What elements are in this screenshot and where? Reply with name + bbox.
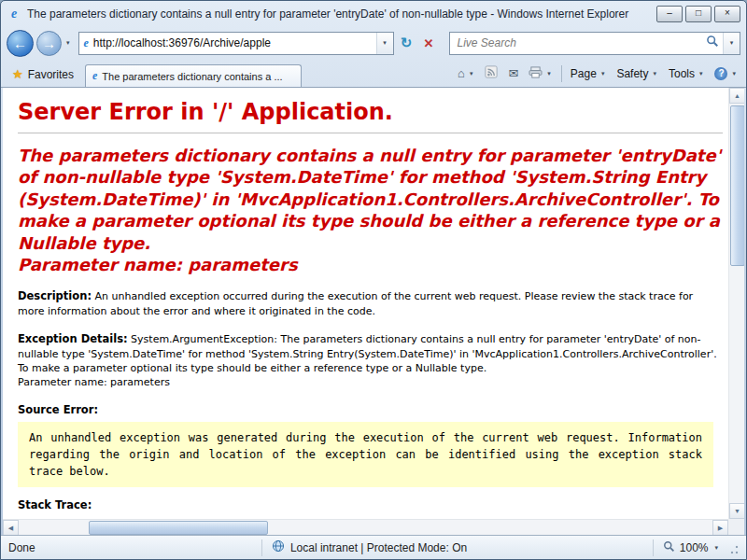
vertical-scrollbar[interactable]: ▲ ▼ [728, 88, 744, 519]
tab-favicon-icon: e [92, 69, 97, 83]
maximize-button[interactable]: □ [685, 6, 712, 22]
back-button[interactable]: ← [7, 30, 34, 57]
exception-param-text: Parameter name: parameters [18, 376, 170, 388]
refresh-button[interactable]: ↻ [397, 33, 416, 54]
browser-viewport: Server Error in '/' Application. The par… [3, 88, 744, 535]
navigation-bar: ← → ▾ e http://localhost:36976/Archive/a… [1, 27, 746, 59]
command-bar: ⌂ ▾ ✉ ▾ Page ▾ Sa [453, 63, 742, 87]
zoom-dropdown-icon[interactable]: ▾ [712, 544, 720, 552]
print-icon [529, 66, 543, 81]
window-controls: – □ × [656, 6, 740, 22]
forward-button[interactable]: → [36, 31, 62, 56]
page-icon: e [84, 36, 89, 50]
favorites-label: Favorites [28, 68, 74, 81]
search-icon[interactable] [706, 35, 719, 51]
tools-dropdown-icon: ▾ [698, 70, 705, 77]
close-button[interactable]: × [714, 6, 740, 22]
error-page-title: Server Error in '/' Application. [18, 99, 723, 125]
scroll-down-button[interactable]: ▼ [729, 503, 744, 519]
error-message-heading: The parameters dictionary contains a nul… [18, 145, 722, 275]
refresh-icon: ↻ [401, 35, 413, 51]
source-error-label: Source Error: [18, 403, 723, 416]
print-dropdown-icon: ▾ [545, 70, 553, 77]
safety-menu-label: Safety [616, 67, 648, 80]
back-icon: ← [13, 35, 27, 51]
zoom-icon [663, 540, 675, 555]
home-icon: ⌂ [458, 66, 465, 80]
stop-button[interactable]: ✕ [419, 33, 439, 54]
safety-menu[interactable]: Safety ▾ [612, 65, 663, 82]
ie-window: e The parameters dictionary contains a n… [0, 0, 747, 560]
scrollbar-corner [728, 519, 744, 535]
horizontal-scroll-thumb[interactable] [89, 521, 268, 535]
help-menu[interactable]: ? ▾ [710, 65, 742, 82]
titlebar[interactable]: e The parameters dictionary contains a n… [1, 1, 746, 27]
window-title: The parameters dictionary contains a nul… [27, 7, 651, 21]
exception-details-paragraph: Exception Details: System.ArgumentExcept… [18, 331, 722, 390]
security-zone: Local intranet | Protected Mode: On [261, 539, 476, 556]
address-dropdown[interactable]: ▾ [376, 33, 393, 54]
ie-logo-icon: e [7, 7, 21, 21]
exception-details-label: Exception Details: [18, 332, 128, 345]
zoom-level[interactable]: 100% [680, 541, 709, 554]
tools-menu-label: Tools [669, 67, 695, 80]
description-text: An unhandled exception occurred during t… [18, 290, 693, 316]
tab-title: The parameters dictionary contains a ... [102, 71, 294, 82]
home-dropdown-icon: ▾ [468, 70, 475, 77]
search-box[interactable]: Live Search ▾ [449, 32, 740, 55]
page-dropdown-icon: ▾ [599, 70, 607, 77]
browser-tab[interactable]: e The parameters dictionary contains a .… [85, 64, 302, 87]
mail-icon: ✉ [508, 66, 518, 80]
help-dropdown-icon: ▾ [730, 70, 738, 77]
search-input[interactable]: Live Search [450, 36, 702, 49]
page-menu[interactable]: Page ▾ [566, 65, 612, 82]
vertical-scroll-thumb[interactable] [730, 105, 744, 266]
toolbar-divider [561, 65, 562, 82]
resize-grip[interactable] [729, 541, 739, 554]
page-menu-label: Page [571, 67, 597, 80]
error-message-param: Parameter name: parameters [18, 255, 298, 274]
tools-menu[interactable]: Tools ▾ [664, 65, 710, 82]
favorites-bar: ★ Favorites e The parameters dictionary … [1, 59, 746, 88]
search-dropdown[interactable]: ▾ [723, 33, 740, 54]
stop-icon: ✕ [424, 36, 434, 50]
horizontal-scrollbar[interactable]: ◀ ▶ [3, 519, 728, 535]
home-button[interactable]: ⌂ ▾ [453, 64, 479, 82]
feeds-icon [485, 65, 498, 81]
security-zone-text: Local intranet | Protected Mode: On [290, 541, 467, 554]
stack-trace-label: Stack Trace: [18, 498, 723, 511]
safety-dropdown-icon: ▾ [651, 70, 658, 77]
feeds-button[interactable] [480, 63, 502, 83]
scroll-right-button[interactable]: ▶ [712, 520, 728, 535]
status-text: Done [8, 541, 256, 554]
recent-pages-dropdown[interactable]: ▾ [64, 39, 72, 47]
divider [18, 133, 723, 133]
print-button[interactable]: ▾ [524, 64, 557, 83]
description-paragraph: Description: An unhandled exception occu… [18, 288, 722, 318]
zoom-control[interactable]: 100% ▾ [653, 539, 720, 556]
error-message-text: The parameters dictionary contains a nul… [18, 146, 721, 253]
url-text[interactable]: http://localhost:36976/Archive/apple [93, 36, 376, 49]
favorites-star-icon: ★ [12, 67, 23, 81]
source-error-box: An unhandled exception was generated dur… [18, 422, 713, 487]
address-bar[interactable]: e http://localhost:36976/Archive/apple ▾ [78, 32, 394, 55]
status-bar: Done Local intranet | Protected Mode: On… [1, 535, 746, 559]
error-page: Server Error in '/' Application. The par… [3, 88, 728, 519]
intranet-globe-icon [272, 539, 285, 555]
description-label: Description: [18, 289, 92, 302]
scroll-up-button[interactable]: ▲ [729, 88, 744, 104]
forward-icon: → [42, 35, 56, 51]
favorites-button[interactable]: ★ Favorites [5, 63, 81, 87]
help-icon: ? [714, 67, 727, 80]
scroll-left-button[interactable]: ◀ [3, 520, 19, 535]
read-mail-button[interactable]: ✉ [503, 64, 523, 82]
minimize-button[interactable]: – [656, 6, 683, 22]
